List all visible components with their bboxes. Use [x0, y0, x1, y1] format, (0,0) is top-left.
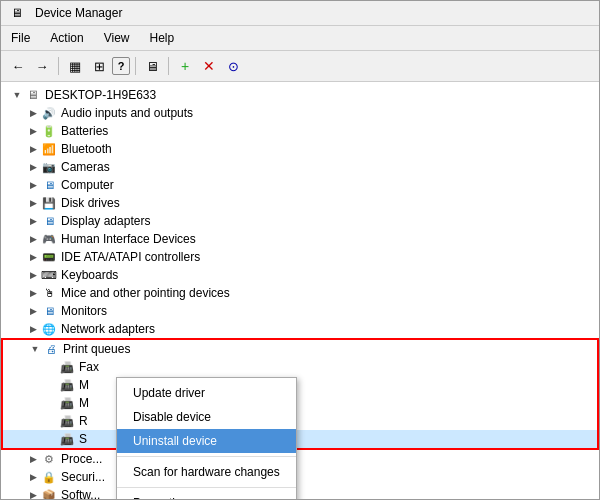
audio-label: Audio inputs and outputs [61, 106, 193, 120]
tree-item-keyboards[interactable]: ▶ ⌨ Keyboards [1, 266, 599, 284]
mice-expand[interactable]: ▶ [25, 285, 41, 301]
ms1-label: M [79, 378, 89, 392]
window-title: Device Manager [35, 6, 122, 20]
software-expand[interactable]: ▶ [25, 487, 41, 499]
tree-item-security[interactable]: ▶ 🔒 Securi... [1, 468, 599, 486]
bluetooth-expand[interactable]: ▶ [25, 141, 41, 157]
menu-bar: File Action View Help [1, 26, 599, 51]
monitors-icon: 🖥 [41, 303, 57, 319]
device-manager-window: 🖥 Device Manager File Action View Help ←… [0, 0, 600, 500]
menu-action[interactable]: Action [40, 28, 93, 48]
cameras-icon: 📷 [41, 159, 57, 175]
root-icon: 🖥 [25, 87, 41, 103]
title-bar: 🖥 Device Manager [1, 1, 599, 26]
tree-item-batteries[interactable]: ▶ 🔋 Batteries [1, 122, 599, 140]
tree-item-fax[interactable]: 📠 Fax [3, 358, 597, 376]
network-expand[interactable]: ▶ [25, 321, 41, 337]
tree-item-ide[interactable]: ▶ 📟 IDE ATA/ATAPI controllers [1, 248, 599, 266]
tree-item-computer[interactable]: ▶ 🖥 Computer [1, 176, 599, 194]
rs1-label: R [79, 414, 88, 428]
menu-help[interactable]: Help [140, 28, 185, 48]
root-label: DESKTOP-1H9E633 [45, 88, 156, 102]
ide-expand[interactable]: ▶ [25, 249, 41, 265]
forward-button[interactable]: → [31, 55, 53, 77]
context-menu-disable[interactable]: Disable device [117, 405, 296, 429]
tree-item-proc[interactable]: ▶ ⚙ Proce... [1, 450, 599, 468]
mice-icon: 🖱 [41, 285, 57, 301]
audio-expand[interactable]: ▶ [25, 105, 41, 121]
tree-item-ms2[interactable]: 📠 M [3, 394, 597, 412]
tree-item-cameras[interactable]: ▶ 📷 Cameras [1, 158, 599, 176]
context-menu-uninstall[interactable]: Uninstall device [117, 429, 296, 453]
audio-icon: 🔊 [41, 105, 57, 121]
mice-label: Mice and other pointing devices [61, 286, 230, 300]
proc-expand[interactable]: ▶ [25, 451, 41, 467]
ss1-label: S [79, 432, 87, 446]
tree-item-display[interactable]: ▶ 🖥 Display adapters [1, 212, 599, 230]
context-menu-properties[interactable]: Properties [117, 491, 296, 499]
hid-expand[interactable]: ▶ [25, 231, 41, 247]
root-expand[interactable]: ▼ [9, 87, 25, 103]
tree-item-ms1[interactable]: 📠 M [3, 376, 597, 394]
tree-item-rs1[interactable]: 📠 R [3, 412, 597, 430]
show-hide-button[interactable]: ▦ [64, 55, 86, 77]
toolbar-separator-1 [58, 57, 59, 75]
security-label: Securi... [61, 470, 105, 484]
properties-button[interactable]: ⊞ [88, 55, 110, 77]
update-button[interactable]: ⊙ [222, 55, 244, 77]
disk-expand[interactable]: ▶ [25, 195, 41, 211]
tree-item-monitors[interactable]: ▶ 🖥 Monitors [1, 302, 599, 320]
ms2-label: M [79, 396, 89, 410]
print-label: Print queues [63, 342, 130, 356]
batteries-expand[interactable]: ▶ [25, 123, 41, 139]
add-button[interactable]: + [174, 55, 196, 77]
cameras-expand[interactable]: ▶ [25, 159, 41, 175]
tree-item-bluetooth[interactable]: ▶ 📶 Bluetooth [1, 140, 599, 158]
software-icon: 📦 [41, 487, 57, 499]
network-label: Network adapters [61, 322, 155, 336]
proc-label: Proce... [61, 452, 102, 466]
context-menu-separator-2 [117, 487, 296, 488]
remove-button[interactable]: ✕ [198, 55, 220, 77]
tree-item-ss1[interactable]: 📠 S [3, 430, 597, 448]
computer-expand[interactable]: ▶ [25, 177, 41, 193]
ms2-icon: 📠 [59, 395, 75, 411]
batteries-label: Batteries [61, 124, 108, 138]
tree-root[interactable]: ▼ 🖥 DESKTOP-1H9E633 [1, 86, 599, 104]
ms1-icon: 📠 [59, 377, 75, 393]
menu-view[interactable]: View [94, 28, 140, 48]
tree-item-software[interactable]: ▶ 📦 Softw... [1, 486, 599, 499]
monitors-expand[interactable]: ▶ [25, 303, 41, 319]
context-menu-update[interactable]: Update driver [117, 381, 296, 405]
context-menu: Update driver Disable device Uninstall d… [116, 377, 297, 499]
security-expand[interactable]: ▶ [25, 469, 41, 485]
tree-item-audio[interactable]: ▶ 🔊 Audio inputs and outputs [1, 104, 599, 122]
tree-item-hid[interactable]: ▶ 🎮 Human Interface Devices [1, 230, 599, 248]
display-expand[interactable]: ▶ [25, 213, 41, 229]
window-icon: 🖥 [9, 5, 25, 21]
ide-label: IDE ATA/ATAPI controllers [61, 250, 200, 264]
menu-file[interactable]: File [1, 28, 40, 48]
toolbar-separator-3 [168, 57, 169, 75]
keyboards-label: Keyboards [61, 268, 118, 282]
tree-item-disk[interactable]: ▶ 💾 Disk drives [1, 194, 599, 212]
context-menu-scan[interactable]: Scan for hardware changes [117, 460, 296, 484]
display-label: Display adapters [61, 214, 150, 228]
back-button[interactable]: ← [7, 55, 29, 77]
security-icon: 🔒 [41, 469, 57, 485]
keyboards-expand[interactable]: ▶ [25, 267, 41, 283]
help-button[interactable]: ? [112, 57, 130, 75]
tree-item-print[interactable]: ▼ 🖨 Print queues [3, 340, 597, 358]
ms1-expand [43, 377, 59, 393]
rs1-expand [43, 413, 59, 429]
hid-icon: 🎮 [41, 231, 57, 247]
toolbar: ← → ▦ ⊞ ? 🖥 + ✕ ⊙ [1, 51, 599, 82]
print-expand[interactable]: ▼ [27, 341, 43, 357]
disk-label: Disk drives [61, 196, 120, 210]
monitors-label: Monitors [61, 304, 107, 318]
tree-item-mice[interactable]: ▶ 🖱 Mice and other pointing devices [1, 284, 599, 302]
cameras-label: Cameras [61, 160, 110, 174]
tree-item-network[interactable]: ▶ 🌐 Network adapters [1, 320, 599, 338]
ide-icon: 📟 [41, 249, 57, 265]
monitor-button[interactable]: 🖥 [141, 55, 163, 77]
